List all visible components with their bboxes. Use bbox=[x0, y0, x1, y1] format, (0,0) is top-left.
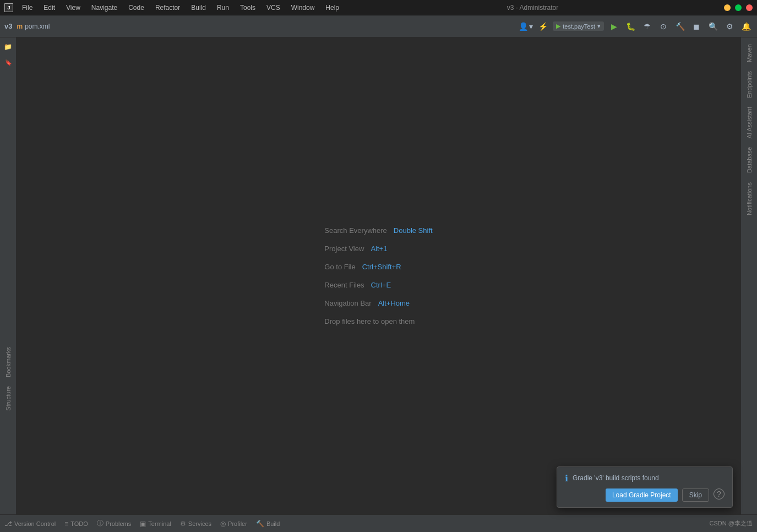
vcs-icon-button[interactable]: ⚡ bbox=[536, 20, 549, 33]
status-build[interactable]: 🔨 Build bbox=[256, 520, 280, 528]
status-right: CSDN @李之道 bbox=[710, 519, 753, 528]
run-config-label: test.payTest bbox=[563, 23, 595, 30]
debug-button[interactable]: 🐛 bbox=[624, 20, 637, 33]
menu-edit[interactable]: Edit bbox=[41, 3, 57, 13]
coverage-button[interactable]: ☂ bbox=[640, 20, 653, 33]
menu-view[interactable]: View bbox=[64, 3, 83, 13]
status-terminal-label: Terminal bbox=[148, 520, 171, 527]
notification-info-icon: ℹ bbox=[565, 474, 568, 483]
menu-navigate[interactable]: Navigate bbox=[89, 3, 119, 13]
maximize-button[interactable] bbox=[735, 4, 742, 11]
status-bar: ⎇ Version Control ≡ TODO ⓘ Problems ▣ Te… bbox=[0, 514, 757, 532]
sidebar-bookmark-icon[interactable]: 🔖 bbox=[1, 55, 15, 69]
dropdown-arrow-icon: ▾ bbox=[529, 22, 533, 31]
title-bar: J File Edit View Navigate Code Refactor … bbox=[0, 0, 757, 15]
app-icon: J bbox=[4, 3, 13, 12]
bookmarks-tab[interactable]: Bookmarks bbox=[4, 343, 13, 382]
hint-navigation-bar: Navigation Bar Alt+Home bbox=[324, 299, 432, 307]
stop-button[interactable]: ◼ bbox=[690, 20, 703, 33]
hint-label-search: Search Everywhere bbox=[324, 226, 386, 235]
sidebar-project-icon[interactable]: 📁 bbox=[1, 40, 15, 54]
title-bar-right bbox=[724, 4, 753, 11]
toolbar-right: 👤 ▾ ⚡ ▶ test.payTest ▾ ▶ 🐛 ☂ ⊙ 🔨 ◼ 🔍 ⚙ 🔔 bbox=[519, 20, 753, 33]
notifications-button[interactable]: 🔔 bbox=[739, 20, 753, 33]
menu-window[interactable]: Window bbox=[289, 3, 317, 13]
menu-vcs[interactable]: VCS bbox=[264, 3, 282, 13]
minimize-button[interactable] bbox=[724, 4, 731, 11]
profile-button[interactable]: ⊙ bbox=[657, 20, 670, 33]
menu-tools[interactable]: Tools bbox=[238, 3, 258, 13]
toolbar: v3 m pom.xml 👤 ▾ ⚡ ▶ test.payTest ▾ ▶ 🐛 … bbox=[0, 15, 757, 37]
title-bar-left: J File Edit View Navigate Code Refactor … bbox=[4, 3, 341, 13]
right-sidebar: Maven Endpoints AI Assistant Database No… bbox=[740, 37, 757, 514]
hint-label-recent-files: Recent Files bbox=[324, 281, 364, 289]
status-right-text: CSDN @李之道 bbox=[710, 519, 753, 528]
hint-drop-files-label: Drop files here to open them bbox=[324, 317, 415, 325]
hint-shortcut-project-view: Alt+1 bbox=[371, 245, 387, 253]
menu-help[interactable]: Help bbox=[323, 3, 341, 13]
hint-project-view: Project View Alt+1 bbox=[324, 245, 432, 253]
version-control-icon: ⎇ bbox=[4, 520, 12, 528]
run-config-dropdown-icon: ▾ bbox=[597, 23, 601, 30]
help-button[interactable]: ? bbox=[714, 488, 725, 500]
run-configuration[interactable]: ▶ test.payTest ▾ bbox=[553, 21, 604, 31]
terminal-icon: ▣ bbox=[140, 520, 146, 528]
run-button[interactable]: ▶ bbox=[607, 20, 620, 33]
load-gradle-button[interactable]: Load Gradle Project bbox=[606, 488, 678, 502]
menu-refactor[interactable]: Refactor bbox=[153, 3, 182, 13]
sidebar-tab-endpoints[interactable]: Endpoints bbox=[744, 67, 755, 102]
problems-icon: ⓘ bbox=[97, 519, 104, 528]
status-problems[interactable]: ⓘ Problems bbox=[97, 519, 131, 528]
menu-build[interactable]: Build bbox=[189, 3, 208, 13]
project-label: v3 bbox=[4, 22, 12, 30]
main-layout: 📁 🔖 Search Everywhere Double Shift Proje… bbox=[0, 37, 757, 514]
todo-icon: ≡ bbox=[64, 520, 68, 528]
file-tab[interactable]: m pom.xml bbox=[17, 23, 50, 30]
file-name: pom.xml bbox=[25, 23, 50, 30]
search-button[interactable]: 🔍 bbox=[706, 20, 720, 33]
status-todo-label: TODO bbox=[70, 520, 88, 527]
welcome-hints: Search Everywhere Double Shift Project V… bbox=[324, 226, 432, 325]
notification-text: Gradle 'v3' build scripts found bbox=[573, 474, 659, 483]
hint-search-everywhere: Search Everywhere Double Shift bbox=[324, 226, 432, 235]
hint-shortcut-search: Double Shift bbox=[394, 226, 433, 235]
hint-label-go-to-file: Go to File bbox=[324, 263, 355, 271]
settings-button[interactable]: ⚙ bbox=[723, 20, 736, 33]
status-todo[interactable]: ≡ TODO bbox=[64, 520, 88, 528]
status-build-label: Build bbox=[266, 520, 280, 527]
status-profiler[interactable]: ◎ Profiler bbox=[220, 520, 247, 528]
editor-area: Search Everywhere Double Shift Project V… bbox=[17, 37, 740, 514]
menu-code[interactable]: Code bbox=[126, 3, 146, 13]
notification-header: ℹ Gradle 'v3' build scripts found bbox=[565, 474, 725, 483]
close-button[interactable] bbox=[746, 4, 753, 11]
sidebar-tab-database[interactable]: Database bbox=[744, 143, 755, 177]
menu-file[interactable]: File bbox=[20, 3, 35, 13]
hint-label-project-view: Project View bbox=[324, 245, 364, 253]
skip-button[interactable]: Skip bbox=[682, 488, 709, 502]
structure-tab[interactable]: Structure bbox=[4, 382, 13, 415]
sidebar-tab-ai-assistant[interactable]: AI Assistant bbox=[744, 102, 755, 143]
hint-label-navigation-bar: Navigation Bar bbox=[324, 299, 371, 307]
hint-recent-files: Recent Files Ctrl+E bbox=[324, 281, 432, 289]
menu-run[interactable]: Run bbox=[215, 3, 231, 13]
hint-go-to-file: Go to File Ctrl+Shift+R bbox=[324, 263, 432, 271]
build-button[interactable]: 🔨 bbox=[673, 20, 687, 33]
hint-shortcut-navigation-bar: Alt+Home bbox=[378, 299, 410, 307]
left-sidebar: 📁 🔖 bbox=[0, 37, 17, 514]
sidebar-tab-notifications[interactable]: Notifications bbox=[744, 178, 755, 220]
user-icon-button[interactable]: 👤 ▾ bbox=[519, 22, 533, 31]
hint-shortcut-recent-files: Ctrl+E bbox=[371, 281, 391, 289]
run-config-icon: ▶ bbox=[556, 23, 560, 30]
notification-popup: ℹ Gradle 'v3' build scripts found Load G… bbox=[557, 466, 733, 508]
sidebar-tab-maven[interactable]: Maven bbox=[744, 40, 755, 67]
hint-shortcut-go-to-file: Ctrl+Shift+R bbox=[362, 263, 401, 271]
status-services-label: Services bbox=[188, 520, 211, 527]
profiler-icon: ◎ bbox=[220, 520, 226, 528]
status-services[interactable]: ⚙ Services bbox=[180, 520, 211, 528]
maven-icon: m bbox=[17, 23, 23, 30]
status-terminal[interactable]: ▣ Terminal bbox=[140, 520, 171, 528]
status-version-control[interactable]: ⎇ Version Control bbox=[4, 520, 56, 528]
notification-actions: Load Gradle Project Skip ? bbox=[565, 488, 725, 502]
toolbar-left: v3 m pom.xml bbox=[4, 22, 50, 30]
services-icon: ⚙ bbox=[180, 520, 186, 528]
